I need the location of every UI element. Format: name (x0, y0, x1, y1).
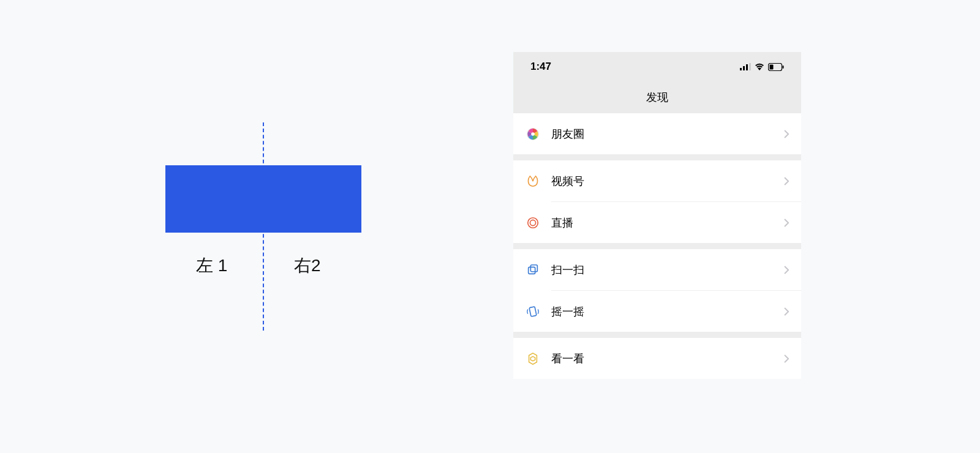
status-time: 1:47 (530, 61, 551, 73)
svg-rect-2 (746, 64, 748, 70)
battery-icon (768, 63, 784, 71)
section-gap (513, 154, 801, 160)
menu-item-label: 看一看 (551, 351, 784, 366)
menu-item-channels[interactable]: 视频号 (513, 160, 801, 201)
scan-icon (526, 263, 540, 277)
shake-icon (526, 304, 540, 319)
chevron-right-icon (784, 219, 789, 227)
phone-mockup: 1:47 发现 朋友圈 (513, 52, 801, 395)
svg-rect-0 (740, 68, 742, 70)
chevron-right-icon (784, 307, 789, 316)
menu-item-label: 直播 (551, 215, 784, 230)
menu-item-shake[interactable]: 摇一摇 (513, 291, 801, 332)
svg-rect-11 (529, 267, 535, 274)
moments-icon (526, 127, 540, 141)
menu-list: 朋友圈 视频号 直播 (513, 113, 801, 379)
label-right: 右2 (294, 254, 321, 277)
svg-rect-3 (749, 63, 751, 70)
status-bar: 1:47 (513, 52, 801, 81)
svg-rect-13 (529, 306, 537, 316)
nav-title: 发现 (646, 90, 668, 105)
svg-point-9 (528, 217, 538, 228)
svg-rect-6 (783, 66, 784, 69)
status-icons (740, 63, 784, 71)
channels-icon (526, 174, 540, 189)
nav-header: 发现 (513, 81, 801, 113)
alignment-diagram: 左 1 右2 (165, 122, 361, 331)
svg-point-10 (530, 220, 535, 225)
wifi-icon (755, 63, 764, 70)
menu-item-moments[interactable]: 朋友圈 (513, 113, 801, 154)
menu-item-look[interactable]: 看一看 (513, 338, 801, 379)
menu-item-label: 朋友圈 (551, 127, 784, 141)
look-icon (526, 351, 540, 366)
menu-item-label: 扫一扫 (551, 263, 784, 277)
label-left: 左 1 (196, 254, 227, 277)
svg-point-8 (531, 132, 535, 136)
chevron-right-icon (784, 177, 789, 185)
section-gap (513, 332, 801, 338)
signal-icon (740, 63, 751, 70)
menu-item-live[interactable]: 直播 (513, 202, 801, 243)
live-icon (526, 215, 540, 230)
chevron-right-icon (784, 130, 789, 138)
menu-item-scan[interactable]: 扫一扫 (513, 249, 801, 290)
svg-rect-12 (530, 264, 537, 271)
menu-item-label: 摇一摇 (551, 304, 784, 319)
svg-rect-1 (743, 66, 745, 70)
chevron-right-icon (784, 266, 789, 274)
section-gap (513, 243, 801, 249)
chevron-right-icon (784, 354, 789, 363)
menu-item-label: 视频号 (551, 174, 784, 189)
svg-rect-5 (770, 64, 774, 69)
center-dashed-line (263, 122, 264, 331)
